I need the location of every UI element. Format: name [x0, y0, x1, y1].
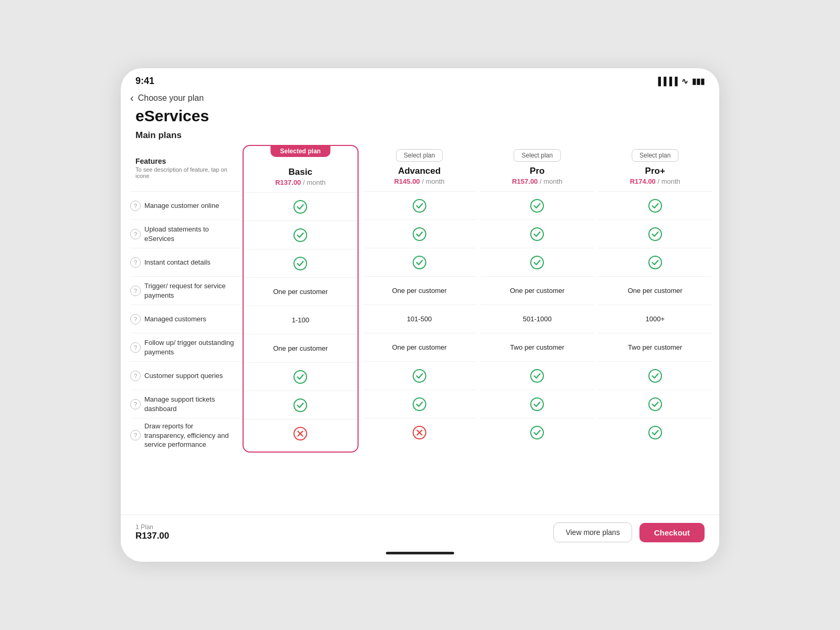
feature-info-icon[interactable]: ?	[130, 399, 141, 410]
plans-table: Features To see description of feature, …	[130, 145, 714, 453]
plan-header-pro: Select planProR157.00 / month	[480, 145, 594, 191]
feature-info-icon[interactable]: ?	[130, 286, 141, 296]
feature-row: ? Manage support tickets dashboard	[130, 390, 240, 418]
plan-cell-proplus-6	[598, 361, 712, 390]
plan-cell-basic-8	[244, 419, 358, 447]
svg-point-14	[531, 256, 543, 269]
svg-point-4	[294, 399, 307, 412]
feature-row: ? Customer support queries	[130, 361, 240, 390]
status-bar: 9:41 ▐▐▐▐ ∿ ▮▮▮	[121, 68, 719, 90]
plan-name-pro: Pro	[530, 166, 544, 176]
plan-cell-pro-4: 501-1000	[480, 304, 594, 333]
plan-cell-proplus-8	[598, 418, 712, 446]
svg-point-6	[413, 200, 426, 212]
plan-cell-basic-6	[244, 362, 358, 391]
home-indicator	[121, 548, 719, 562]
plans-scroll-area: Features To see description of feature, …	[121, 145, 719, 514]
features-column: Features To see description of feature, …	[130, 145, 240, 453]
plan-name-proplus: Pro+	[645, 166, 665, 176]
plan-cell-advanced-8	[363, 418, 477, 446]
feature-label: Instant contact details	[144, 258, 211, 267]
back-button[interactable]: ‹	[130, 92, 134, 104]
home-bar	[386, 552, 454, 554]
feature-info-icon[interactable]: ?	[130, 371, 141, 381]
plan-column-basic: Selected planBasicR137.00 / month One pe…	[243, 145, 359, 453]
plan-name-basic: Basic	[289, 167, 312, 177]
plan-column-proplus: Select planPro+R174.00 / month One per c…	[598, 145, 712, 453]
view-more-button[interactable]: View more plans	[553, 522, 632, 542]
bottom-price-info: 1 Plan R137.00	[135, 523, 169, 541]
feature-row: ? Follow up/ trigger outstanding payment…	[130, 333, 240, 361]
selected-badge: Selected plan	[271, 145, 330, 157]
select-plan-button-proplus[interactable]: Select plan	[632, 149, 678, 162]
plan-cell-advanced-2	[363, 248, 477, 276]
svg-point-3	[294, 371, 307, 383]
svg-point-7	[413, 228, 426, 240]
feature-info-icon[interactable]: ?	[130, 430, 141, 440]
feature-label: Upload statements to eServices	[144, 225, 235, 243]
features-header-sub: To see description of feature, tap on ic…	[135, 166, 235, 179]
plan-cell-pro-2	[480, 248, 594, 276]
plan-price-amount-advanced: R145.00	[394, 177, 420, 185]
battery-icon: ▮▮▮	[692, 77, 705, 86]
feature-row: ? Trigger/ request for service payments	[130, 276, 240, 304]
plan-column-pro: Select planProR157.00 / month One per cu…	[480, 145, 594, 453]
select-plan-button-pro[interactable]: Select plan	[514, 149, 561, 162]
nav-bar: ‹ Choose your plan	[121, 90, 719, 106]
plan-cell-proplus-0	[598, 191, 712, 219]
svg-point-12	[531, 200, 543, 212]
feature-info-icon[interactable]: ?	[130, 257, 141, 268]
plan-price-pro: R157.00 / month	[512, 177, 562, 185]
plan-cell-basic-5: One per customer	[244, 334, 358, 362]
plan-cell-basic-2	[244, 249, 358, 277]
plan-cell-advanced-1	[363, 219, 477, 248]
bottom-bar: 1 Plan R137.00 View more plans Checkout	[121, 514, 719, 548]
svg-point-9	[413, 370, 426, 382]
plan-price-amount-pro: R157.00	[512, 177, 538, 185]
plan-name-advanced: Advanced	[398, 166, 440, 176]
feature-row: ? Draw reports for transparency, efficie…	[130, 418, 240, 453]
svg-point-20	[649, 256, 662, 269]
feature-label: Manage customer online	[144, 201, 219, 211]
feature-label: Follow up/ trigger outstanding payments	[144, 338, 235, 356]
plan-header-advanced: Select planAdvancedR145.00 / month	[363, 145, 477, 191]
feature-info-icon[interactable]: ?	[130, 314, 141, 324]
page-title: eServices	[121, 106, 719, 125]
plan-price-amount-basic: R137.00	[275, 178, 301, 186]
checkout-button[interactable]: Checkout	[639, 523, 705, 542]
section-title: Main plans	[121, 125, 719, 145]
plan-price-advanced: R145.00 / month	[394, 177, 445, 185]
feature-info-icon[interactable]: ?	[130, 342, 141, 353]
feature-label: Customer support queries	[144, 371, 223, 381]
svg-point-22	[649, 398, 662, 411]
plan-cell-pro-5: Two per customer	[480, 333, 594, 361]
svg-point-2	[294, 257, 307, 270]
feature-label: Draw reports for transparency, efficienc…	[144, 422, 235, 449]
phone-frame: 9:41 ▐▐▐▐ ∿ ▮▮▮ ‹ Choose your plan eServ…	[121, 68, 719, 562]
plan-cell-advanced-4: 101-500	[363, 304, 477, 333]
svg-point-0	[294, 201, 307, 213]
plan-column-advanced: Select planAdvancedR145.00 / month One p…	[363, 145, 477, 453]
feature-row: ? Manage customer online	[130, 191, 240, 219]
svg-point-17	[531, 426, 543, 439]
svg-point-15	[531, 370, 543, 382]
plan-cell-basic-0	[244, 192, 358, 220]
bottom-plan-label: 1 Plan	[135, 523, 169, 531]
status-time: 9:41	[135, 76, 154, 87]
feature-row: ? Upload statements to eServices	[130, 219, 240, 248]
svg-point-21	[649, 370, 662, 382]
plan-cell-advanced-7	[363, 390, 477, 418]
nav-title: Choose your plan	[138, 93, 204, 103]
plan-cell-pro-0	[480, 191, 594, 219]
select-plan-button-advanced[interactable]: Select plan	[396, 149, 443, 162]
feature-info-icon[interactable]: ?	[130, 229, 141, 239]
feature-info-icon[interactable]: ?	[130, 201, 141, 211]
feature-row: ? Managed customers	[130, 304, 240, 333]
feature-row: ? Instant contact details	[130, 248, 240, 276]
plan-cell-basic-4: 1-100	[244, 306, 358, 334]
bottom-price: R137.00	[135, 531, 169, 541]
plan-cell-pro-6	[480, 361, 594, 390]
plan-header-proplus: Select planPro+R174.00 / month	[598, 145, 712, 191]
plan-cell-advanced-5: One per customer	[363, 333, 477, 361]
svg-point-8	[413, 256, 426, 269]
